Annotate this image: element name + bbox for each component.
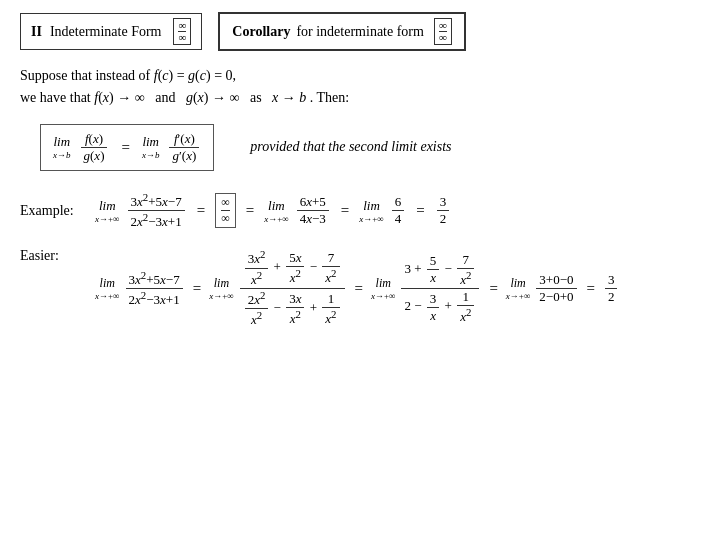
corollary-rest: for indeterminate form xyxy=(296,24,424,40)
ex-lim2: lim x→+∞ xyxy=(264,198,289,224)
ez-frac3: 3 + 5 x − 7 x2 2 − 3 xyxy=(401,252,479,326)
ez-lim1: lim x→+∞ xyxy=(95,276,120,301)
page: II Indeterminate Form ∞ ∞ Corollary for … xyxy=(0,0,720,540)
suppose-line2: we have that f(x) → ∞ and g(x) → ∞ as x … xyxy=(20,87,700,109)
limit-row: lim x→b f(x) g(x) = lim x→b f′(x) g′(x) … xyxy=(40,124,700,171)
ex-frac2: 6x+5 4x−3 xyxy=(297,194,329,227)
suppose-text: Suppose that instead of f(c) = g(c) = 0,… xyxy=(20,65,700,110)
equals1: = xyxy=(121,139,129,156)
header-box-right: Corollary for indeterminate form ∞ ∞ xyxy=(218,12,465,51)
provided-text: provided that the second limit exists xyxy=(250,139,451,155)
example-math: lim x→+∞ 3x2+5x−7 2x2−3x+1 = ∞ ∞ = lim x… xyxy=(95,191,451,231)
ex-frac3: 6 4 xyxy=(392,194,405,227)
section-number: II xyxy=(31,24,42,40)
ez-lim3: lim x→+∞ xyxy=(371,276,396,301)
section-label: Indeterminate Form xyxy=(50,24,162,40)
lim2-block: lim x→b xyxy=(142,134,160,160)
ex-lim3: lim x→+∞ xyxy=(359,198,384,224)
frac-fg: f(x) g(x) xyxy=(81,131,108,164)
header-box-left: II Indeterminate Form ∞ ∞ xyxy=(20,13,202,50)
ez-lim4: lim x→+∞ xyxy=(506,276,531,301)
ez-frac2: 3x2 x2 + 5x x2 − 7 x2 xyxy=(240,248,345,328)
ex-result: 3 2 xyxy=(437,194,450,227)
easier-section: Easier: lim x→+∞ 3x2+5x−7 2x2−3x+1 = lim… xyxy=(20,248,700,328)
ez-result: 3 2 xyxy=(605,272,618,305)
inf-fraction-right: ∞ ∞ xyxy=(434,18,452,45)
suppose-line1: Suppose that instead of f(c) = g(c) = 0, xyxy=(20,65,700,87)
example-label: Example: xyxy=(20,203,85,219)
frac-f-prime-g-prime: f′(x) g′(x) xyxy=(169,131,199,164)
ez-frac4: 3+0−0 2−0+0 xyxy=(536,272,576,305)
indeterminate-box: ∞ ∞ xyxy=(215,193,236,228)
ex-frac1: 3x2+5x−7 2x2−3x+1 xyxy=(128,191,185,231)
header-row: II Indeterminate Form ∞ ∞ Corollary for … xyxy=(20,12,700,51)
ez-lim2: lim x→+∞ xyxy=(209,276,234,301)
easier-math: lim x→+∞ 3x2+5x−7 2x2−3x+1 = lim x→+∞ 3x… xyxy=(95,248,619,328)
inf-fraction-left: ∞ ∞ xyxy=(173,18,191,45)
ex-lim1: lim x→+∞ xyxy=(95,198,120,224)
ez-frac1: 3x2+5x−7 2x2−3x+1 xyxy=(126,269,183,309)
easier-label: Easier: xyxy=(20,248,85,264)
corollary-word: Corollary xyxy=(232,24,290,40)
lim1-block: lim x→b xyxy=(53,134,71,160)
boxed-equation: lim x→b f(x) g(x) = lim x→b f′(x) g′(x) xyxy=(40,124,214,171)
example-section: Example: lim x→+∞ 3x2+5x−7 2x2−3x+1 = ∞ … xyxy=(20,191,700,231)
